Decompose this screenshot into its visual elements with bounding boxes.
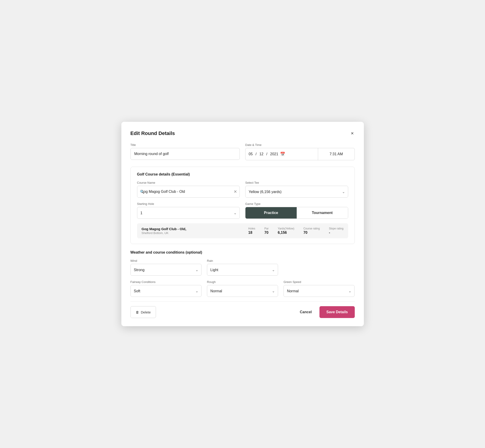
rough-label: Rough (207, 280, 278, 284)
starting-hole-label: Starting Hole (137, 202, 240, 206)
rough-wrapper: ShortNormalLong ⌄ (207, 285, 278, 297)
par-value: 70 (264, 231, 268, 235)
modal-title: Edit Round Details (130, 130, 175, 136)
trash-icon: 🗑 (136, 310, 139, 314)
weather-section: Weather and course conditions (optional)… (130, 250, 355, 297)
course-info-name-text: Gog Magog Golf Club - Old, (142, 227, 248, 231)
save-button[interactable]: Save Details (319, 306, 355, 318)
game-type-toggle: Practice Tournament (245, 207, 348, 219)
par-label: Par (264, 227, 269, 230)
fairway-rough-green-row: Fairway Conditions SoftNormalHard ⌄ Roug… (130, 280, 355, 297)
game-type-label: Game Type (245, 202, 348, 206)
stat-par: Par 70 (264, 227, 269, 235)
course-name-group: Course Name 🔍 ✕ (137, 181, 240, 198)
modal-header: Edit Round Details × (130, 130, 355, 137)
delete-label: Delete (141, 310, 151, 314)
date-year: 2021 (270, 152, 278, 156)
rough-group: Rough ShortNormalLong ⌄ (207, 280, 278, 297)
search-icon: 🔍 (140, 190, 144, 194)
course-info-name: Gog Magog Golf Club - Old, Shelford Bott… (142, 227, 248, 235)
wind-rain-row: Wind NoneLightModerateStrongVery Strong … (130, 259, 355, 276)
starting-hole-wrapper: 12310 ⌄ (137, 207, 240, 219)
starting-hole-dropdown[interactable]: 12310 (137, 207, 240, 219)
wind-group: Wind NoneLightModerateStrongVery Strong … (130, 259, 202, 276)
course-name-input[interactable] (137, 186, 240, 198)
title-label: Title (130, 143, 240, 147)
cancel-button[interactable]: Cancel (298, 310, 314, 314)
course-search-wrapper: 🔍 ✕ (137, 186, 240, 198)
rough-dropdown[interactable]: ShortNormalLong (207, 285, 278, 297)
edit-round-modal: Edit Round Details × Title Date & Time 0… (121, 122, 364, 326)
slope-rating-value: - (329, 231, 330, 235)
holes-value: 18 (248, 231, 252, 235)
rain-wrapper: NoneLightModerateHeavy ⌄ (207, 264, 278, 276)
practice-button[interactable]: Practice (245, 207, 297, 218)
green-speed-label: Green Speed (283, 280, 355, 284)
footer-right: Cancel Save Details (298, 306, 355, 318)
rain-dropdown[interactable]: NoneLightModerateHeavy (207, 264, 278, 276)
close-button[interactable]: × (350, 130, 355, 137)
fairway-wrapper: SoftNormalHard ⌄ (130, 285, 202, 297)
select-tee-label: Select Tee (245, 181, 348, 184)
time-value: 7:31 AM (330, 152, 343, 156)
datetime-row: 05 / 12 / 2021 📅 7:31 AM (245, 148, 355, 160)
green-speed-wrapper: SlowNormalFastVery Fast ⌄ (283, 285, 355, 297)
golf-course-title: Golf Course details (Essential) (137, 172, 348, 176)
wind-label: Wind (130, 259, 202, 263)
date-month: 05 (249, 152, 253, 156)
stat-slope-rating: Slope rating - (329, 227, 343, 235)
wind-wrapper: NoneLightModerateStrongVery Strong ⌄ (130, 264, 202, 276)
green-speed-dropdown[interactable]: SlowNormalFastVery Fast (283, 285, 355, 297)
modal-footer: 🗑 Delete Cancel Save Details (130, 301, 355, 318)
fairway-label: Fairway Conditions (130, 280, 202, 284)
datetime-field-group: Date & Time 05 / 12 / 2021 📅 7:31 AM (245, 143, 355, 160)
title-input[interactable] (130, 148, 240, 160)
yards-value: 6,156 (278, 231, 287, 235)
delete-button[interactable]: 🗑 Delete (130, 306, 156, 318)
stat-yards: Yards(Yellow) 6,156 (278, 227, 294, 235)
green-speed-group: Green Speed SlowNormalFastVery Fast ⌄ (283, 280, 355, 297)
calendar-icon: 📅 (280, 152, 285, 157)
golf-course-section: Golf Course details (Essential) Course N… (130, 167, 355, 244)
slope-rating-label: Slope rating (329, 227, 343, 230)
starting-hole-group: Starting Hole 12310 ⌄ (137, 202, 240, 219)
yards-label: Yards(Yellow) (278, 227, 294, 230)
course-stats: Holes 18 Par 70 Yards(Yellow) 6,156 Cour… (248, 227, 343, 235)
hole-gametype-row: Starting Hole 12310 ⌄ Game Type Practice… (137, 202, 348, 219)
date-input[interactable]: 05 / 12 / 2021 📅 (245, 148, 318, 160)
select-tee-dropdown[interactable]: Yellow (6,156 yards) (245, 186, 348, 198)
rain-label: Rain (207, 259, 278, 263)
date-sep2: / (265, 152, 268, 156)
title-field-group: Title (130, 143, 240, 160)
weather-section-title: Weather and course conditions (optional) (130, 250, 355, 255)
game-type-group: Game Type Practice Tournament (245, 202, 348, 219)
course-name-label: Course Name (137, 181, 240, 184)
date-day: 12 (259, 152, 263, 156)
course-info-bar: Gog Magog Golf Club - Old, Shelford Bott… (137, 223, 348, 238)
wind-dropdown[interactable]: NoneLightModerateStrongVery Strong (130, 264, 202, 276)
stat-course-rating: Course rating 70 (303, 227, 320, 235)
course-clear-button[interactable]: ✕ (234, 189, 237, 194)
date-sep1: / (255, 152, 258, 156)
time-input[interactable]: 7:31 AM (318, 148, 355, 160)
tournament-button[interactable]: Tournament (297, 207, 348, 218)
fairway-dropdown[interactable]: SoftNormalHard (130, 285, 202, 297)
stat-holes: Holes 18 (248, 227, 255, 235)
rain-group: Rain NoneLightModerateHeavy ⌄ (207, 259, 278, 276)
top-fields: Title Date & Time 05 / 12 / 2021 📅 7:31 … (130, 143, 355, 160)
holes-label: Holes (248, 227, 255, 230)
select-tee-wrapper: Yellow (6,156 yards) ⌄ (245, 186, 348, 198)
course-tee-row: Course Name 🔍 ✕ Select Tee Yellow (6,156… (137, 181, 348, 198)
datetime-label: Date & Time (245, 143, 355, 147)
fairway-group: Fairway Conditions SoftNormalHard ⌄ (130, 280, 202, 297)
select-tee-group: Select Tee Yellow (6,156 yards) ⌄ (245, 181, 348, 198)
course-rating-label: Course rating (303, 227, 320, 230)
course-rating-value: 70 (303, 231, 307, 235)
course-info-location: Shelford Bottom, UK (142, 231, 248, 235)
